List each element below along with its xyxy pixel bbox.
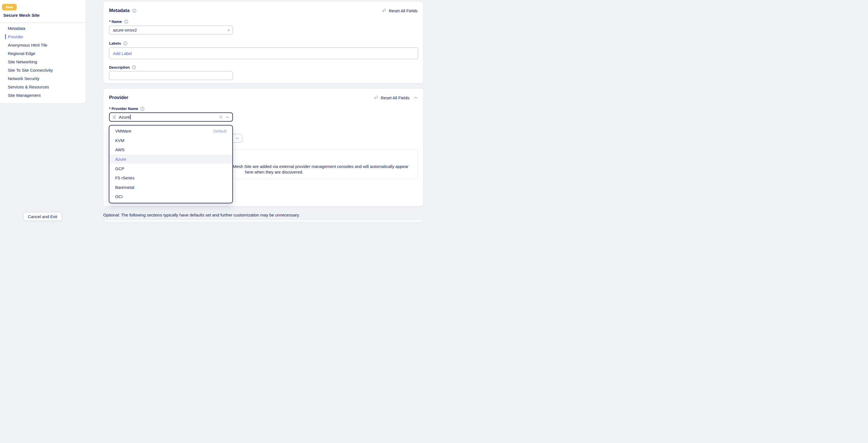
sidebar-item[interactable]: Site To Site Connectivity [0, 66, 86, 74]
refresh-icon[interactable] [219, 116, 223, 119]
reset-all-fields-label: Reset All Fields [381, 95, 409, 100]
chevron-up-icon[interactable] [226, 116, 229, 118]
provider-option-label: VMWare [115, 128, 131, 134]
sidebar-item[interactable]: Metadata [0, 24, 86, 32]
provider-dropdown-option[interactable]: GCP [109, 164, 232, 173]
description-input[interactable] [109, 71, 233, 80]
chevron-up-icon [414, 96, 417, 99]
provider-option-label: AWS [115, 147, 125, 152]
sidebar-item-label: Site To Site Connectivity [8, 68, 53, 72]
sidebar-item[interactable]: Services & Resources [0, 83, 86, 91]
sidebar-item-label: Site Management [8, 93, 41, 98]
provider-title: Provider [109, 95, 128, 100]
text-cursor [130, 115, 130, 119]
shuffle-icon [113, 115, 117, 119]
undo-arrow-icon [381, 8, 386, 13]
provider-option-default-badge: Default [213, 128, 226, 134]
reset-all-fields-button[interactable]: Reset All Fields [381, 8, 417, 13]
provider-card-header: Provider Reset All Fields [109, 89, 417, 100]
provider-option-label: OCI [115, 194, 123, 199]
provider-dropdown-option[interactable]: OCI [109, 192, 232, 201]
provider-dropdown-option[interactable]: VMWare Default [109, 126, 232, 136]
page: New Secure Mesh Site Metadata Provider A… [0, 0, 434, 222]
sidebar-nav: Metadata Provider Anonymous Html Tile Re… [0, 24, 86, 99]
sidebar-item[interactable]: Site Management [0, 91, 86, 99]
sidebar-item-label: Network Security [8, 76, 39, 81]
undo-arrow-icon [373, 95, 378, 100]
reset-all-fields-label: Reset All Fields [389, 8, 417, 13]
metadata-card-header: Metadata Reset All Fields [109, 2, 417, 13]
provider-option-label: KVM [115, 138, 124, 143]
sidebar-item[interactable]: Site Networking [0, 57, 86, 66]
optional-sections-note: Optional: The following sections typical… [103, 213, 424, 217]
name-field-label: * Name [109, 20, 417, 24]
sidebar: New Secure Mesh Site Metadata Provider A… [0, 0, 86, 103]
chevron-down-icon [236, 137, 239, 140]
provider-dropdown-option[interactable]: Baremetal [109, 183, 232, 192]
provider-dropdown-option[interactable]: Azure [109, 154, 232, 164]
provider-option-label: GCP [115, 166, 124, 171]
nodes-info-text-line2: here when they are discovered. [245, 169, 418, 175]
metadata-card: Metadata Reset All Fields * Name [103, 1, 424, 83]
new-badge: New [2, 4, 17, 10]
provider-option-label: Baremetal [115, 185, 134, 190]
sidebar-title: Secure Mesh Site [3, 13, 40, 18]
sidebar-item-label: Metadata [8, 26, 25, 31]
nodes-info-text-line1: Mesh Site are added via external provide… [233, 164, 418, 169]
info-icon[interactable] [140, 107, 145, 111]
provider-dropdown-option[interactable]: F5 rSeries [109, 173, 232, 183]
provider-name-combobox[interactable]: Azure [109, 112, 233, 122]
cancel-and-exit-button[interactable]: Cancel and Exit [24, 212, 62, 221]
provider-option-label: F5 rSeries [115, 175, 134, 180]
clear-name-x-icon[interactable]: × [227, 28, 230, 32]
sidebar-item-label: Regional Edge [8, 51, 35, 56]
main-content: Metadata Reset All Fields * Name [103, 0, 424, 222]
provider-option-label: Azure [115, 157, 126, 161]
provider-name-field-label: * Provider Name [109, 107, 417, 111]
metadata-title: Metadata [109, 8, 130, 13]
provider-dropdown-option[interactable]: AWS [109, 145, 232, 154]
sidebar-item-label: Anonymous Html Tile [8, 43, 48, 48]
provider-dropdown-menu: VMWare Default KVM AWS Azure GCP [109, 125, 233, 203]
next-section-card [103, 220, 424, 222]
sidebar-item[interactable]: Provider [0, 32, 86, 41]
labels-input[interactable]: Add Label [109, 48, 418, 59]
info-icon[interactable] [132, 9, 136, 13]
name-input[interactable] [109, 26, 233, 34]
labels-field-label: Labels [109, 41, 417, 46]
description-field-label: Description [109, 65, 417, 69]
info-icon[interactable] [124, 20, 128, 24]
provider-card: Provider Reset All Fields [103, 88, 424, 206]
collapse-section-button[interactable] [414, 96, 417, 99]
sidebar-item-label: Site Networking [8, 59, 37, 64]
add-label-placeholder[interactable]: Add Label [113, 51, 132, 56]
reset-all-fields-button[interactable]: Reset All Fields [373, 95, 409, 100]
sidebar-item[interactable]: Anonymous Html Tile [0, 41, 86, 49]
sidebar-item-label: Services & Resources [8, 85, 49, 89]
sidebar-item-label: Provider [8, 34, 24, 39]
provider-dropdown-option[interactable]: KVM [109, 136, 232, 145]
info-icon[interactable] [132, 65, 136, 69]
provider-name-value: Azure [119, 115, 130, 119]
sidebar-item[interactable]: Network Security [0, 74, 86, 83]
sidebar-item[interactable]: Regional Edge [0, 49, 86, 57]
info-icon[interactable] [123, 41, 127, 46]
